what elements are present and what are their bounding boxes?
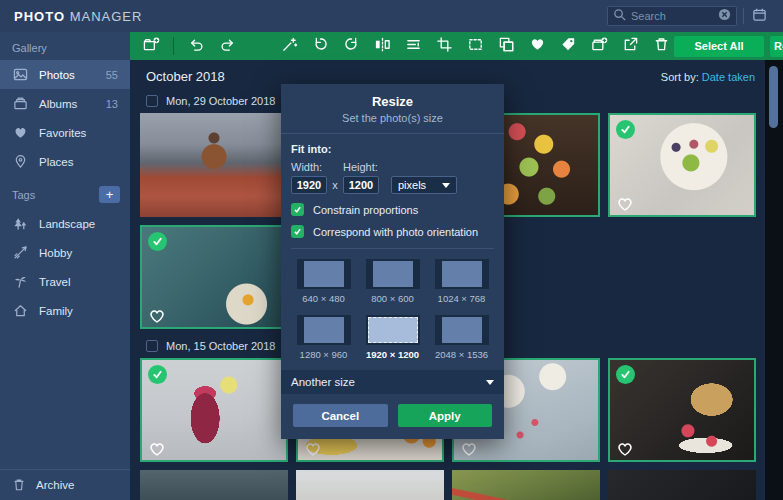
unit-dropdown[interactable]: pixels bbox=[391, 176, 457, 194]
clear-search-icon[interactable] bbox=[718, 7, 731, 25]
home-icon bbox=[12, 303, 29, 318]
delete-button[interactable] bbox=[648, 33, 674, 59]
rotate-left-icon bbox=[312, 36, 329, 56]
favorite-icon bbox=[529, 36, 546, 56]
add-tag-button[interactable]: + bbox=[99, 186, 120, 203]
photo-woman-crossing-street[interactable] bbox=[140, 113, 288, 217]
favorite-button[interactable] bbox=[524, 33, 550, 59]
size-preset-option[interactable]: 1920 × 1200 bbox=[366, 315, 420, 360]
resize-dialog: Resize Set the photo(s) size Fit into: W… bbox=[281, 84, 504, 439]
scrollbar-thumb[interactable] bbox=[769, 66, 778, 128]
flip-horizontal-icon bbox=[374, 36, 391, 56]
sidebar-item-favorites[interactable]: Favorites bbox=[0, 118, 130, 147]
select-all-button[interactable]: Select All bbox=[674, 36, 764, 57]
sidebar-item-label: Places bbox=[39, 156, 74, 168]
sidebar-item-albums[interactable]: Albums13 bbox=[0, 89, 130, 118]
undo-button[interactable] bbox=[183, 33, 209, 59]
rotate-right-icon bbox=[343, 36, 360, 56]
preset-thumbnail bbox=[366, 259, 420, 289]
selected-check-icon bbox=[616, 120, 635, 139]
archive-icon bbox=[12, 477, 26, 494]
checkbox-checked-icon bbox=[291, 225, 304, 238]
tag-button[interactable] bbox=[555, 33, 581, 59]
crop-button[interactable] bbox=[431, 33, 457, 59]
crop-icon bbox=[436, 36, 453, 56]
photo-rocky-coast[interactable] bbox=[296, 470, 444, 500]
sidebar-item-landscape[interactable]: Landscape bbox=[0, 209, 130, 238]
effects-button[interactable] bbox=[493, 33, 519, 59]
selected-check-icon bbox=[148, 365, 167, 384]
sidebar-item-hobby[interactable]: Hobby bbox=[0, 238, 130, 267]
group-date-checkbox[interactable] bbox=[146, 95, 158, 107]
edit-toolbar: Select All Reset Selection bbox=[130, 32, 783, 60]
dialog-subtitle: Set the photo(s) size bbox=[291, 112, 494, 124]
sidebar: Gallery Photos55Albums13FavoritesPlaces … bbox=[0, 32, 130, 500]
photo-pancakes[interactable] bbox=[608, 358, 756, 462]
photo-berry-smoothie[interactable] bbox=[140, 358, 288, 462]
photo-cave-arch[interactable] bbox=[608, 470, 756, 500]
magic-wand-button[interactable] bbox=[276, 33, 302, 59]
constrain-proportions-checkbox[interactable]: Constrain proportions bbox=[291, 203, 494, 216]
favorite-heart-icon[interactable] bbox=[148, 441, 166, 457]
another-size-dropdown[interactable]: Another size bbox=[281, 370, 504, 394]
favorite-heart-icon[interactable] bbox=[460, 441, 478, 457]
width-field[interactable] bbox=[291, 176, 327, 194]
chevron-down-icon bbox=[442, 183, 450, 188]
search-icon bbox=[613, 7, 626, 25]
cancel-button[interactable]: Cancel bbox=[293, 404, 388, 427]
photo-egg-plate-teal[interactable] bbox=[140, 225, 288, 329]
calendar-filter-button[interactable] bbox=[749, 6, 769, 26]
sidebar-item-label: Favorites bbox=[39, 127, 86, 139]
delete-icon bbox=[653, 36, 670, 56]
size-preset-option[interactable]: 1024 × 768 bbox=[435, 259, 489, 304]
rotate-left-button[interactable] bbox=[307, 33, 333, 59]
add-photos-button[interactable] bbox=[138, 33, 164, 59]
item-count-badge: 55 bbox=[106, 69, 118, 81]
favorite-heart-icon[interactable] bbox=[616, 196, 634, 212]
favorite-heart-icon[interactable] bbox=[616, 441, 634, 457]
tags-section-header: Tags + bbox=[0, 176, 130, 209]
magic-wand-icon bbox=[281, 36, 298, 56]
apply-button[interactable]: Apply bbox=[398, 404, 493, 427]
sidebar-item-travel[interactable]: Travel bbox=[0, 267, 130, 296]
sidebar-item-archive[interactable]: Archive bbox=[0, 469, 130, 500]
preset-size-label: 1920 × 1200 bbox=[366, 349, 419, 360]
photo-fruit-plate[interactable] bbox=[608, 113, 756, 217]
share-button[interactable] bbox=[617, 33, 643, 59]
photo-green-hillside[interactable] bbox=[452, 470, 600, 500]
dialog-title: Resize bbox=[291, 94, 494, 109]
photo-dark-coast[interactable] bbox=[140, 470, 288, 500]
add-to-album-button[interactable] bbox=[586, 33, 612, 59]
effects-icon bbox=[498, 36, 515, 56]
size-preset-option[interactable]: 640 × 480 bbox=[297, 259, 351, 304]
straighten-button[interactable] bbox=[400, 33, 426, 59]
albums-icon bbox=[12, 96, 29, 111]
vertical-scrollbar[interactable] bbox=[765, 60, 783, 500]
search-input[interactable] bbox=[631, 10, 713, 22]
sidebar-item-photos[interactable]: Photos55 bbox=[0, 60, 130, 89]
canvas-size-button[interactable] bbox=[462, 33, 488, 59]
favorite-heart-icon[interactable] bbox=[148, 308, 166, 324]
search-box[interactable] bbox=[607, 6, 737, 26]
correspond-orientation-checkbox[interactable]: Correspond with photo orientation bbox=[291, 225, 494, 238]
sidebar-item-label: Hobby bbox=[39, 247, 72, 259]
sort-value-link[interactable]: Date taken bbox=[702, 71, 755, 83]
preset-size-label: 800 × 600 bbox=[371, 293, 414, 304]
preset-size-label: 1024 × 768 bbox=[438, 293, 486, 304]
size-preset-option[interactable]: 800 × 600 bbox=[366, 259, 420, 304]
group-date-checkbox[interactable] bbox=[146, 340, 158, 352]
flip-horizontal-button[interactable] bbox=[369, 33, 395, 59]
preset-thumbnail bbox=[297, 259, 351, 289]
preset-size-label: 640 × 480 bbox=[302, 293, 345, 304]
reset-selection-button[interactable]: Reset Selection bbox=[770, 36, 783, 57]
height-field[interactable] bbox=[343, 176, 379, 194]
size-preset-option[interactable]: 2048 × 1536 bbox=[435, 315, 489, 360]
rotate-right-button[interactable] bbox=[338, 33, 364, 59]
sidebar-item-family[interactable]: Family bbox=[0, 296, 130, 325]
redo-button[interactable] bbox=[214, 33, 240, 59]
sidebar-item-places[interactable]: Places bbox=[0, 147, 130, 176]
favorite-heart-icon[interactable] bbox=[304, 441, 322, 457]
tree-icon bbox=[12, 216, 29, 231]
group-date-label: Mon, 29 October 2018 bbox=[166, 95, 275, 107]
size-preset-option[interactable]: 1280 × 960 bbox=[297, 315, 351, 360]
